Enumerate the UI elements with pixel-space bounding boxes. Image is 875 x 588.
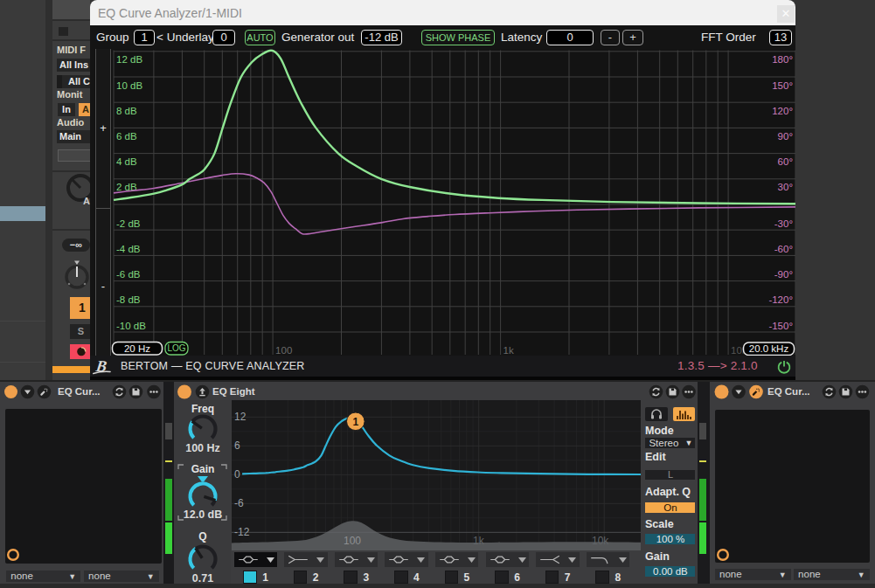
svg-text:-120°: -120° (768, 294, 793, 305)
svg-text:-2 dB: -2 dB (116, 218, 141, 228)
svg-text:20.0 kHz: 20.0 kHz (749, 343, 789, 354)
svg-text:0: 0 (234, 468, 240, 481)
svg-text:30°: 30° (778, 182, 793, 192)
svg-text:120°: 120° (772, 105, 793, 115)
svg-text:20 Hz: 20 Hz (124, 342, 150, 353)
svg-text:100: 100 (344, 535, 361, 547)
svg-text:+: + (100, 121, 107, 135)
svg-text:-30°: -30° (774, 218, 793, 228)
svg-text:12: 12 (234, 411, 247, 423)
svg-text:90°: 90° (778, 130, 793, 141)
svg-text:12 dB: 12 dB (116, 54, 142, 65)
svg-text:1k: 1k (473, 535, 485, 547)
svg-text:6 dB: 6 dB (116, 130, 137, 141)
svg-text:-4 dB: -4 dB (116, 243, 141, 253)
svg-text:-90°: -90° (774, 269, 793, 280)
svg-text:8 dB: 8 dB (116, 105, 137, 115)
svg-text:150°: 150° (772, 80, 793, 90)
svg-text:180°: 180° (772, 54, 793, 65)
svg-text:-8 dB: -8 dB (116, 294, 141, 305)
svg-text:1: 1 (352, 415, 358, 427)
svg-text:100: 100 (275, 344, 292, 355)
svg-text:4 dB: 4 dB (116, 156, 137, 167)
svg-text:-10 dB: -10 dB (116, 320, 146, 330)
svg-text:10 dB: 10 dB (116, 80, 142, 90)
svg-text:-6 dB: -6 dB (116, 269, 141, 280)
svg-text:-: - (101, 280, 105, 293)
svg-text:-6: -6 (234, 497, 244, 509)
svg-text:LOG: LOG (167, 343, 185, 353)
svg-text:6: 6 (234, 439, 240, 452)
svg-text:60°: 60° (778, 156, 793, 167)
svg-text:10k: 10k (592, 535, 609, 547)
svg-text:-60°: -60° (774, 243, 793, 253)
svg-text:1k: 1k (503, 344, 514, 355)
svg-text:-150°: -150° (768, 320, 793, 330)
svg-text:-12: -12 (234, 526, 250, 538)
